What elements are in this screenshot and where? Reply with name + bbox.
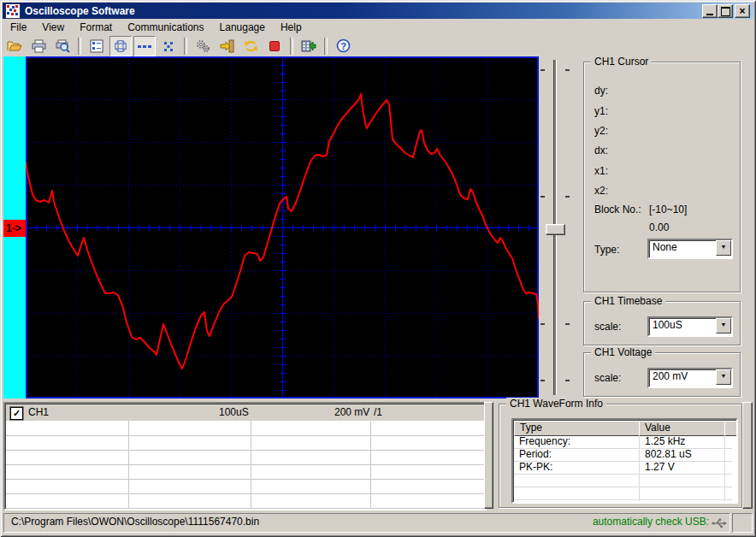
settings-button[interactable] [192, 36, 214, 56]
cursor-type-value: None [653, 241, 677, 253]
slider-tick [540, 69, 545, 71]
ch1-cursor-title: CH1 Cursor [591, 56, 652, 68]
menu-language[interactable]: Lanugage [212, 21, 273, 34]
ch1-waveform-info-panel: CH1 WaveForm Info Type Value Frequency: … [499, 404, 742, 508]
open-folder-icon [7, 39, 22, 53]
connect-device-button[interactable] [216, 36, 238, 56]
open-file-button[interactable] [3, 36, 26, 56]
spare-column-header [724, 421, 738, 436]
channel-list-empty-row[interactable] [6, 464, 484, 480]
scope-axes [26, 56, 539, 398]
frequency-value: 1.25 kHz [645, 435, 685, 448]
period-label: Period: [519, 448, 552, 461]
voltage-scale-dropdown[interactable]: 200 mV ▼ [647, 368, 733, 388]
ch1-timebase-title: CH1 Timebase [591, 295, 665, 307]
maximize-button[interactable] [718, 4, 733, 18]
timebase-scale-dropdown[interactable]: 100uS ▼ [647, 316, 733, 337]
timebase-scale-label: scale: [594, 321, 621, 333]
table-row-empty [514, 474, 732, 487]
dropdown-arrow-icon[interactable]: ▼ [716, 240, 731, 256]
pkpk-label: PK-PK: [519, 461, 552, 474]
menu-format[interactable]: Format [72, 21, 120, 34]
table-column-divider [639, 435, 640, 501]
menu-file[interactable]: File [3, 21, 34, 34]
app-window: Oscilloscope Software × File View Format… [0, 0, 756, 537]
title-bar: Oscilloscope Software × [3, 3, 753, 19]
channel-display-button[interactable] [86, 36, 108, 56]
x1-label: x1: [594, 165, 608, 177]
stop-icon [268, 39, 281, 53]
toolbar-separator [184, 38, 187, 55]
y2-label: y2: [594, 125, 608, 137]
print-preview-button[interactable] [51, 36, 74, 56]
type-column-header[interactable]: Type [514, 421, 640, 436]
channel-1-marker[interactable]: 1-> [3, 220, 28, 237]
channel-list-empty-row[interactable] [6, 450, 484, 465]
window-title: Oscilloscope Software [25, 5, 135, 17]
channel-list-empty-row[interactable] [6, 435, 484, 451]
toolbar-separator [78, 38, 81, 55]
dy-label: dy: [594, 85, 608, 97]
auto-refresh-button[interactable] [239, 36, 262, 56]
minimize-button[interactable] [702, 4, 718, 18]
table-row-empty [514, 487, 732, 500]
help-icon: ? [336, 38, 351, 53]
help-button[interactable]: ? [332, 36, 354, 56]
channel-row-ch1[interactable]: ✓ CH1 100uS 200 mV /1 [6, 404, 484, 421]
slider-tick [540, 323, 545, 325]
grid-icon [114, 39, 127, 53]
column-divider [251, 421, 251, 508]
dropdown-arrow-icon[interactable]: ▼ [716, 369, 731, 385]
trigger-slider-thumb[interactable] [546, 224, 565, 235]
ch1-checkbox[interactable]: ✓ [10, 407, 23, 420]
door-arrow-icon [220, 39, 234, 53]
right-scrollbar-strip[interactable] [742, 402, 753, 509]
app-icon [5, 3, 21, 19]
usb-icon [712, 517, 727, 528]
close-button[interactable]: × [735, 4, 750, 18]
film-export-icon [301, 39, 316, 53]
grid-display-button[interactable] [109, 36, 132, 56]
table-column-divider [724, 435, 725, 501]
ch1-cursor-panel: CH1 Cursor dy: y1: y2: dx: x1: x2: Block… [583, 62, 741, 292]
slider-tick [540, 380, 545, 381]
status-bar-corner [732, 513, 753, 533]
menu-view[interactable]: View [34, 21, 72, 34]
slider-tick [565, 196, 570, 198]
block-number-value: 0.00 [649, 221, 669, 233]
toolbar: ? [3, 35, 753, 56]
dropdown-arrow-icon[interactable]: ▼ [716, 318, 731, 333]
scope-display [26, 56, 539, 398]
dot-display-button[interactable] [157, 36, 180, 56]
export-data-button[interactable] [298, 36, 320, 56]
slider-tick [565, 69, 570, 71]
value-column-header[interactable]: Value [639, 421, 725, 436]
stop-acquisition-button[interactable] [263, 36, 286, 56]
waveform-info-title: CH1 WaveForm Info [506, 398, 606, 410]
frequency-label: Frequency: [519, 435, 570, 448]
channel-name: CH1 [28, 406, 49, 418]
cursor-type-dropdown[interactable]: None ▼ [647, 239, 733, 259]
channel-list: ✓ CH1 100uS 200 mV /1 [3, 402, 487, 510]
block-range-value: [-10~10] [649, 204, 687, 215]
block-no-label: Block No.: [594, 204, 641, 215]
gears-icon [196, 39, 210, 53]
waveform-info-table: Type Value Frequency: 1.25 kHz Period: 8… [511, 418, 738, 504]
channel-list-empty-row[interactable] [6, 493, 484, 509]
slider-tick [565, 323, 570, 325]
channel-list-empty-row[interactable] [6, 479, 484, 494]
line-display-button[interactable] [133, 36, 156, 56]
print-button[interactable] [27, 36, 50, 56]
period-value: 802.81 uS [645, 448, 692, 461]
menu-help[interactable]: Help [273, 21, 310, 34]
status-bar: C:\Program Files\OWON\Oscilloscope\11115… [3, 513, 730, 533]
slider-tick [540, 196, 545, 198]
printer-icon [32, 39, 46, 53]
print-preview-icon [56, 39, 70, 53]
channel-list-empty-row[interactable] [6, 421, 484, 436]
svg-text:?: ? [340, 41, 346, 51]
column-divider [128, 421, 129, 508]
list-scrollbar-strip[interactable] [484, 402, 493, 509]
menu-communications[interactable]: Communications [120, 21, 211, 34]
file-path-text: C:\Program Files\OWON\Oscilloscope\11115… [11, 516, 259, 528]
